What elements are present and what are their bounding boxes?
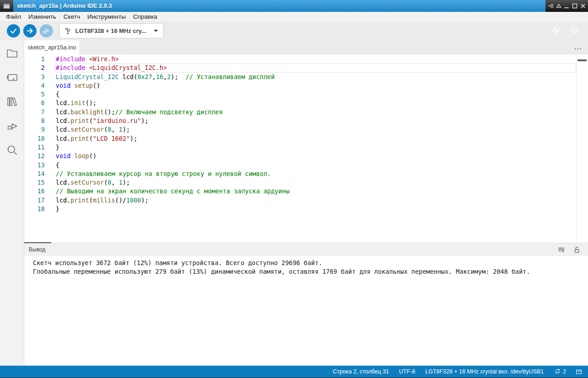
folder-icon [6,47,18,59]
bug-play-icon [6,120,18,132]
tab-sketch[interactable]: sketch_apr15a.ino [24,40,79,54]
code-text: #include <LiquidCrystal_I2C.h> [56,64,167,72]
window-menu-button[interactable] [0,0,13,12]
code-text: { [56,90,59,99]
code-text: lcd.print(millis()/1000); [56,196,148,205]
output-panel: Вывод Скетч использует 3672 байт (12%) п… [24,243,588,366]
code-line-9[interactable]: 9lcd.setCursor(8, 1); [24,125,588,134]
debug-icon [42,27,51,35]
menu-item-4[interactable]: Инструменты [84,13,129,20]
line-number: 11 [24,143,45,152]
code-line-17[interactable]: 17lcd.print(millis()/1000); [24,196,588,205]
line-number: 6 [24,99,45,107]
lock-open-icon[interactable] [572,245,581,254]
debug-button[interactable] [40,24,53,37]
code-line-7[interactable]: 7lcd.backlight();// Включаем подсветку д… [24,108,588,117]
code-lines: 1#include <Wire.h>2#include <LiquidCryst… [24,55,588,213]
serial-plotter-icon[interactable] [551,25,562,36]
sidebar-item-search[interactable] [5,143,19,157]
scrollbar-cursor-mark [578,59,587,61]
code-text: lcd.setCursor(0, 1); [56,178,130,187]
pin-icon[interactable] [547,3,554,9]
line-number: 17 [24,196,45,205]
line-number: 1 [24,55,45,64]
minimize-icon[interactable] [563,3,570,9]
line-number: 18 [24,205,45,213]
code-line-8[interactable]: 8lcd.print("iarduino.ru"); [24,117,588,125]
upload-button[interactable] [23,24,37,37]
panel-toggle-button[interactable] [575,368,583,375]
search-icon [6,144,18,156]
statusbar: Строка 2, столбец 31 UTF-8 LGT8F328 + 16… [0,366,588,378]
board-port-status[interactable]: LGT8F328 + 16 MHz crystal вкл. /dev/ttyU… [425,368,544,375]
code-line-14[interactable]: 14// Устанавливаем курсор на вторую стро… [24,170,588,178]
menu-item-3[interactable]: Скетч [60,13,84,20]
output-panel-title[interactable]: Вывод [29,246,45,253]
sidebar-item-debug[interactable] [5,119,19,133]
output-line-2: Глобальные переменные используют 279 бай… [33,267,588,276]
output-line-1: Скетч использует 3672 байт (12%) памяти … [33,259,588,267]
menu-item-2[interactable]: Изменить [25,13,60,20]
code-line-10[interactable]: 10lcd.print("LCD 1602"); [24,134,588,143]
code-text: // Устанавливаем курсор на вторую строку… [56,170,271,178]
line-number: 14 [24,170,45,178]
verify-button[interactable] [7,24,20,37]
line-number: 5 [24,90,45,99]
usb-icon [64,27,71,35]
arrow-right-icon [26,27,34,35]
editor-more-actions-button[interactable]: ... [574,40,582,54]
code-line-16[interactable]: 16// Выводим на экран количество секунд … [24,187,588,196]
menu-item-5[interactable]: Справка [129,13,161,20]
menu-item-1[interactable]: Файл [2,13,25,20]
activity-sidebar [0,40,24,366]
code-text: lcd.backlight();// Включаем подсветку ди… [56,108,223,117]
code-text: void setup() [56,81,100,90]
sidebar-item-boards-manager[interactable] [5,70,19,84]
line-number: 12 [24,152,45,160]
code-line-4[interactable]: 4void setup() [24,81,588,90]
sidebar-item-sketchbook[interactable] [5,46,19,60]
serial-monitor-icon[interactable] [568,25,580,36]
code-line-5[interactable]: 5{ [24,90,588,99]
line-number: 4 [24,81,45,90]
code-line-3[interactable]: 3LiquidCrystal_I2C lcd(0x27,16,2); // Ус… [24,73,588,81]
code-editor[interactable]: 1#include <Wire.h>2#include <LiquidCryst… [24,54,588,243]
code-line-12[interactable]: 12void loop() [24,152,588,160]
shade-icon[interactable] [556,3,562,9]
line-number: 15 [24,178,45,187]
line-number: 9 [24,125,45,134]
window-controls [546,0,588,12]
cursor-position[interactable]: Строка 2, столбец 31 [333,368,389,375]
board-selector[interactable]: LGT8F328 + 16 MHz cry... [59,23,163,38]
line-number: 2 [24,64,45,72]
code-text: lcd.setCursor(8, 1); [56,125,130,134]
code-text: LiquidCrystal_I2C lcd(0x27,16,2); // Уст… [56,73,275,81]
close-icon[interactable] [580,3,586,9]
code-line-1[interactable]: 1#include <Wire.h> [24,55,588,64]
editor-scrollbar[interactable] [576,54,588,243]
code-line-18[interactable]: 18} [24,205,588,213]
code-text: } [56,143,59,152]
window-title: sketch_apr15a | Arduino IDE 2.0.3 [13,0,112,12]
output-console[interactable]: Скетч использует 3672 байт (12%) памяти … [24,256,588,366]
sidebar-item-library-manager[interactable] [5,95,19,108]
panel-toggle-icon [575,368,583,375]
code-text: lcd.print("LCD 1602"); [56,134,137,143]
bell-icon [554,368,561,375]
clear-output-icon[interactable] [557,245,566,254]
code-line-13[interactable]: 13{ [24,161,588,170]
code-line-6[interactable]: 6lcd.init(); [24,99,588,107]
code-line-15[interactable]: 15lcd.setCursor(0, 1); [24,178,588,187]
line-number: 8 [24,117,45,125]
line-number: 13 [24,161,45,170]
maximize-icon[interactable] [572,3,578,9]
chevron-down-icon [153,29,158,32]
check-icon [9,27,18,35]
code-line-11[interactable]: 11} [24,143,588,152]
tabbar: sketch_apr15a.ino ... [24,40,588,54]
board-icon [6,71,18,84]
encoding[interactable]: UTF-8 [399,368,415,375]
notifications-button[interactable]: 2 [554,368,566,375]
code-line-2[interactable]: 2#include <LiquidCrystal_I2C.h> [24,64,588,72]
library-icon [6,96,18,108]
